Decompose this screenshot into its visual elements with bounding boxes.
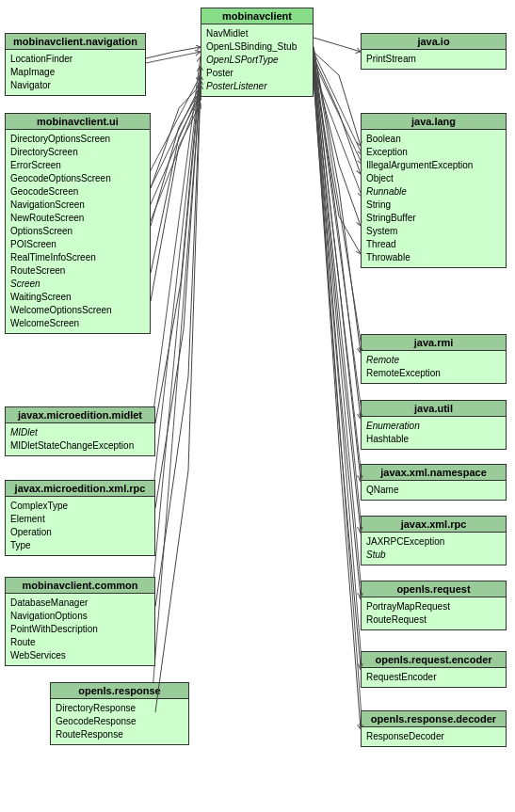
box-xml-namespace: javax.xml.namespace QName [361, 464, 507, 501]
item: PointWithDescription [10, 623, 150, 636]
svg-line-5 [314, 52, 362, 155]
item: ErrorScreen [10, 159, 145, 172]
box-java-io: java.io PrintStream [361, 33, 507, 70]
box-midlet: javax.microedition.midlet MIDlet MIDletS… [5, 406, 155, 456]
box-openls-request-encoder-header: openls.request.encoder [362, 652, 506, 668]
box-mobinavclient-body: NavMidlet OpenLSBinding_Stub OpenLSPortT… [201, 24, 313, 96]
box-ui-body: DirectoryOptionsScreen DirectoryScreen E… [6, 130, 150, 333]
box-xml-rpc: javax.xml.rpc JAXRPCException Stub [361, 516, 507, 565]
box-openls-request: openls.request PortrayMapRequest RouteRe… [361, 581, 507, 630]
svg-line-6 [314, 61, 362, 165]
item: ComplexType [10, 500, 150, 513]
box-openls-response-decoder-body: ResponseDecoder [362, 727, 506, 746]
item: WelcomeScreen [10, 317, 145, 330]
box-openls-request-encoder-body: RequestEncoder [362, 668, 506, 687]
svg-line-12 [314, 47, 362, 353]
box-java-lang-body: Boolean Exception IllegalArgumentExcepti… [362, 130, 506, 267]
box-ui: mobinavclient.ui DirectoryOptionsScreen … [5, 113, 151, 334]
box-openls-response-decoder: openls.response.decoder ResponseDecoder [361, 710, 507, 747]
box-xml-rpc-me-header: javax.microedition.xml.rpc [6, 481, 154, 497]
svg-line-17 [314, 75, 362, 673]
item: StringBuffer [366, 212, 501, 225]
box-xml-namespace-header: javax.xml.namespace [362, 465, 506, 481]
item: Type [10, 539, 150, 552]
item: RequestEncoder [366, 671, 501, 684]
box-java-io-body: PrintStream [362, 50, 506, 69]
svg-line-13 [314, 56, 362, 419]
box-common-header: mobinavclient.common [6, 578, 154, 594]
item: PosterListener [206, 80, 308, 93]
box-midlet-body: MIDlet MIDletStateChangeException [6, 423, 154, 455]
item: WelcomeOptionsScreen [10, 304, 145, 317]
item: Operation [10, 526, 150, 539]
item: MIDlet [10, 426, 150, 439]
item: Enumeration [366, 420, 501, 433]
item: PrintStream [366, 53, 501, 66]
item: IllegalArgumentException [366, 159, 501, 172]
box-java-util: java.util Enumeration Hashtable [361, 400, 507, 450]
svg-line-7 [314, 71, 362, 198]
diagram-container: mobinavclient NavMidlet OpenLSBinding_St… [0, 0, 515, 812]
box-mobinavclient-header: mobinavclient [201, 8, 313, 24]
svg-line-15 [314, 66, 362, 536]
item: Route [10, 636, 150, 649]
item: Object [366, 172, 501, 185]
svg-line-11 [151, 85, 201, 715]
box-java-lang-header: java.lang [362, 114, 506, 130]
box-java-rmi: java.rmi Remote RemoteException [361, 334, 507, 384]
item: DatabaseManager [10, 597, 150, 610]
item: MIDletStateChangeException [10, 439, 150, 453]
item: GeocodeScreen [10, 185, 145, 199]
box-java-rmi-body: Remote RemoteException [362, 351, 506, 383]
item: System [366, 225, 501, 238]
box-common-body: DatabaseManager NavigationOptions PointW… [6, 594, 154, 665]
item: WebServices [10, 649, 150, 662]
svg-line-0 [141, 52, 201, 64]
item: Throwable [366, 251, 501, 264]
item: Thread [366, 238, 501, 251]
box-ui-header: mobinavclient.ui [6, 114, 150, 130]
box-navigation-header: mobinavclient.navigation [6, 34, 145, 50]
svg-line-18 [314, 80, 362, 729]
item: QName [366, 484, 501, 497]
box-openls-response: openls.response DirectoryResponse Geocod… [50, 682, 189, 745]
box-xml-rpc-me-body: ComplexType Element Operation Type [6, 497, 154, 555]
item: WaitingScreen [10, 291, 145, 304]
box-openls-request-encoder: openls.request.encoder RequestEncoder [361, 651, 507, 688]
item: ResponseDecoder [366, 730, 501, 743]
item: NewRouteScreen [10, 212, 145, 225]
box-java-util-header: java.util [362, 401, 506, 417]
item: Element [10, 513, 150, 526]
item: OpenLSPortType [206, 54, 308, 67]
box-java-io-header: java.io [362, 34, 506, 50]
svg-line-14 [314, 61, 362, 485]
item: OptionsScreen [10, 225, 145, 238]
item: DirectoryOptionsScreen [10, 133, 145, 146]
box-java-lang: java.lang Boolean Exception IllegalArgum… [361, 113, 507, 268]
box-midlet-header: javax.microedition.midlet [6, 407, 154, 423]
item: Remote [366, 354, 501, 367]
box-xml-namespace-body: QName [362, 481, 506, 500]
box-common: mobinavclient.common DatabaseManager Nav… [5, 577, 155, 666]
item: Poster [206, 67, 308, 80]
box-mobinavclient: mobinavclient NavMidlet OpenLSBinding_St… [201, 8, 314, 97]
item: POIScreen [10, 238, 145, 251]
box-xml-rpc-me: javax.microedition.xml.rpc ComplexType E… [5, 480, 155, 556]
item: DirectoryResponse [56, 702, 184, 715]
item: NavMidlet [206, 27, 308, 40]
item: GeocodeOptionsScreen [10, 172, 145, 185]
item: Hashtable [366, 433, 501, 446]
item: MapImage [10, 66, 140, 79]
item: Stub [366, 549, 501, 562]
box-openls-request-header: openls.request [362, 581, 506, 597]
box-openls-response-body: DirectoryResponse GeocodeResponse RouteR… [51, 699, 188, 744]
item: GeocodeResponse [56, 715, 184, 728]
box-openls-request-body: PortrayMapRequest RouteRequest [362, 597, 506, 629]
item: Runnable [366, 185, 501, 199]
svg-line-8 [151, 56, 201, 433]
item: RouteRequest [366, 613, 501, 627]
item: PortrayMapRequest [366, 600, 501, 613]
svg-line-16 [314, 71, 362, 602]
item: OpenLSBinding_Stub [206, 40, 308, 54]
box-xml-rpc-body: JAXRPCException Stub [362, 533, 506, 565]
